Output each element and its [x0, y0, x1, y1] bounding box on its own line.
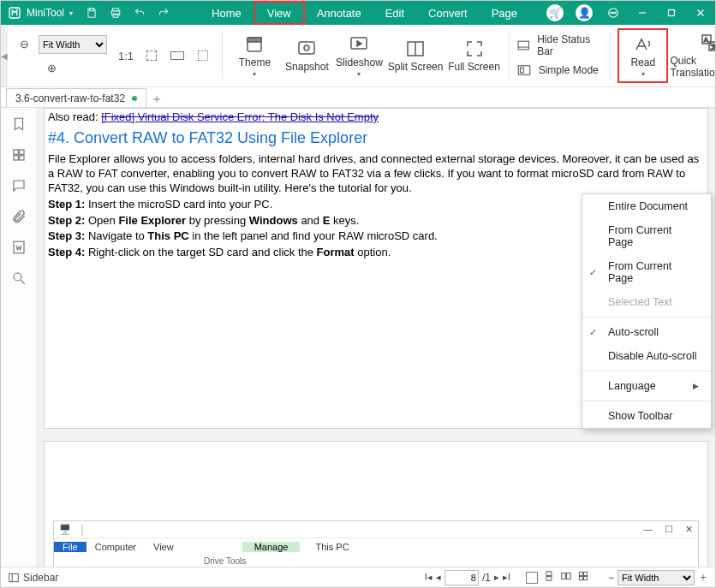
- search-icon[interactable]: [11, 270, 27, 286]
- window-minimize-button[interactable]: [628, 1, 657, 25]
- zoom-select-status[interactable]: Fit Width: [618, 570, 695, 585]
- translate-icon: A文: [700, 33, 716, 53]
- theme-icon: [244, 34, 265, 55]
- zoom-select[interactable]: Fit Width: [39, 35, 107, 54]
- tab-edit[interactable]: Edit: [373, 1, 416, 25]
- window-maximize-button[interactable]: [657, 1, 686, 25]
- explorer-tab-computer: Computer: [87, 542, 145, 552]
- split-screen-button[interactable]: Split Screen: [386, 28, 445, 83]
- qat-undo-button[interactable]: [128, 1, 152, 25]
- word-export-icon[interactable]: [11, 240, 27, 255]
- explorer-tab-manage: Manage: [242, 542, 301, 552]
- menu-selected-text: Selected Text: [582, 290, 711, 314]
- theme-button[interactable]: Theme▾: [230, 28, 280, 83]
- svg-rect-40: [567, 573, 571, 579]
- next-page-button[interactable]: ▸: [494, 572, 499, 583]
- hide-status-bar-button[interactable]: Hide Status Bar: [516, 33, 603, 57]
- new-tab-button[interactable]: ＋: [146, 92, 167, 107]
- unsaved-dot-icon: [132, 96, 137, 101]
- svg-point-8: [615, 12, 616, 13]
- comments-icon[interactable]: [11, 178, 27, 193]
- read-aloud-icon: [633, 34, 653, 55]
- page-number-input[interactable]: [445, 570, 479, 585]
- cart-button[interactable]: 🛒: [540, 1, 570, 25]
- svg-point-6: [611, 12, 612, 13]
- svg-rect-29: [19, 150, 23, 154]
- view-facing-button[interactable]: [560, 570, 572, 585]
- camera-icon: [296, 39, 317, 59]
- first-page-button[interactable]: I◂: [425, 572, 433, 583]
- svg-rect-30: [14, 156, 18, 160]
- thumbnails-icon[interactable]: [11, 147, 27, 163]
- svg-text:A: A: [704, 37, 708, 43]
- actual-size-button[interactable]: 1:1: [114, 45, 138, 67]
- feedback-button[interactable]: [599, 1, 628, 25]
- full-screen-button[interactable]: Full Screen: [446, 28, 502, 83]
- last-page-button[interactable]: ▸I: [503, 572, 510, 583]
- tab-convert[interactable]: Convert: [416, 1, 480, 25]
- split-icon: [405, 39, 426, 59]
- zoom-in-status[interactable]: ＋: [698, 570, 708, 585]
- tab-home[interactable]: Home: [200, 1, 254, 25]
- view-grid-button[interactable]: [577, 570, 589, 585]
- fit-page-button[interactable]: [140, 45, 164, 67]
- zoom-in-button[interactable]: ⊕: [39, 56, 64, 79]
- also-read-link[interactable]: [Fixed] Virtual Disk Service Error: The …: [101, 110, 379, 123]
- menu-from-current-2[interactable]: ✓From Current Page: [582, 254, 711, 290]
- qat-print-button[interactable]: [104, 1, 128, 25]
- zoom-out-status[interactable]: −: [608, 572, 614, 584]
- window-close-button[interactable]: [686, 1, 715, 25]
- svg-point-16: [304, 45, 309, 50]
- tab-page[interactable]: Page: [480, 1, 529, 25]
- svg-rect-20: [518, 41, 528, 50]
- ribbon-scroll-left[interactable]: ◀: [1, 25, 8, 86]
- qat-redo-button[interactable]: [152, 1, 176, 25]
- slideshow-icon: [349, 34, 369, 55]
- menu-auto-scroll[interactable]: ✓Auto-scroll: [582, 320, 711, 344]
- menu-show-toolbar[interactable]: Show Toolbar: [582, 404, 711, 428]
- menu-from-current-1[interactable]: From Current Page: [582, 218, 711, 254]
- svg-rect-38: [546, 577, 552, 581]
- simple-mode-button[interactable]: Simple Mode: [516, 62, 603, 78]
- read-dropdown-menu: Entire Document From Current Page ✓From …: [582, 193, 712, 429]
- quick-translation-button[interactable]: A文 Quick Translation: [670, 28, 716, 83]
- view-single-button[interactable]: [526, 572, 538, 584]
- svg-line-34: [21, 280, 25, 284]
- svg-text:文: 文: [711, 44, 716, 50]
- explorer-tab-file: File: [54, 542, 87, 552]
- simplemode-icon: [516, 62, 532, 78]
- app-menu-caret-icon[interactable]: ▾: [69, 9, 73, 17]
- snapshot-button[interactable]: Snapshot: [282, 28, 332, 83]
- sidebar-icon: [8, 572, 20, 584]
- page-total: /1: [482, 572, 491, 584]
- tab-annotate[interactable]: Annotate: [305, 1, 373, 25]
- qat-save-button[interactable]: [80, 1, 104, 25]
- svg-rect-31: [19, 156, 23, 160]
- svg-point-33: [14, 273, 21, 281]
- bookmark-icon[interactable]: [11, 116, 27, 132]
- menu-language[interactable]: Language▶: [582, 374, 711, 398]
- svg-rect-37: [546, 572, 552, 576]
- svg-rect-35: [9, 573, 19, 581]
- sidebar-toggle[interactable]: Sidebar: [8, 572, 58, 584]
- intro-paragraph: File Explorer allows you to access folde…: [48, 152, 704, 196]
- submenu-arrow-icon: ▶: [693, 382, 699, 390]
- svg-rect-10: [669, 10, 675, 16]
- view-continuous-button[interactable]: [543, 570, 555, 585]
- tab-view[interactable]: View: [254, 1, 305, 25]
- prev-page-button[interactable]: ◂: [436, 572, 441, 583]
- account-button[interactable]: 👤: [570, 1, 599, 25]
- statusbar-icon: [516, 38, 530, 53]
- document-tab[interactable]: 3.6-convert-raw-to-fat32: [6, 88, 146, 107]
- attachments-icon[interactable]: [11, 209, 27, 224]
- fit-width-button[interactable]: [165, 45, 189, 67]
- slideshow-button[interactable]: Slideshow▾: [334, 28, 385, 83]
- menu-entire-document[interactable]: Entire Document: [582, 194, 711, 218]
- svg-rect-23: [520, 68, 523, 73]
- menu-disable-auto-scroll[interactable]: Disable Auto-scroll: [582, 344, 711, 368]
- read-button[interactable]: Read▾: [618, 28, 668, 83]
- zoom-out-button[interactable]: ⊖: [11, 33, 37, 55]
- svg-rect-39: [562, 573, 566, 579]
- fit-visible-button[interactable]: [191, 45, 215, 67]
- embedded-screenshot: 🖥️ —☐✕ File Computer View Manage This PC…: [53, 520, 699, 567]
